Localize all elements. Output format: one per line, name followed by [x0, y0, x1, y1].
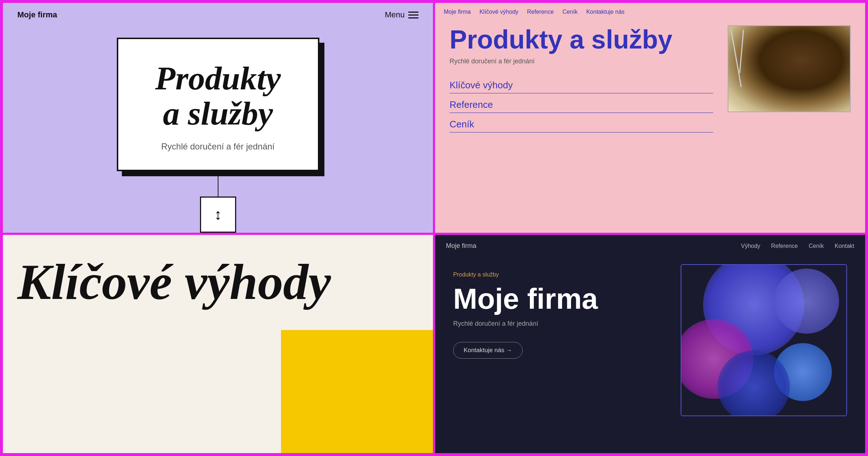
tr-nav-reference[interactable]: Reference [527, 9, 554, 15]
panel-bottom-right: Moje firma Výhody Reference Ceník Kontak… [435, 235, 865, 453]
bl-title: Klíčové výhody [3, 235, 433, 307]
tr-content: Produkty a služby Rychlé doručení a fér … [435, 18, 865, 233]
br-logo: Moje firma [446, 242, 476, 250]
panel-bottom-left: Klíčové výhody [3, 235, 433, 453]
br-nav: Výhody Reference Ceník Kontakt [741, 243, 854, 249]
tl-menu-button[interactable]: Menu [385, 10, 418, 20]
tr-subtitle: Rychlé doručení a fér jednání [450, 58, 713, 65]
br-cta-button[interactable]: Kontaktuje nás → [453, 342, 523, 359]
tr-nav-moje-firma[interactable]: Moje firma [444, 9, 471, 15]
tl-hero-title: Produktya služby [136, 61, 300, 131]
top-left-header: Moje firma Menu [3, 3, 433, 27]
br-text: Produkty a služby Moje firma Rychlé doru… [453, 264, 666, 359]
hamburger-icon[interactable] [408, 12, 418, 18]
tr-nav-kontakt[interactable]: Kontaktuje nás [586, 9, 625, 15]
tr-link-klicove[interactable]: Klíčové výhody [450, 80, 713, 93]
tr-nav-klicove-vyhody[interactable]: Klíčové výhody [480, 9, 519, 15]
tr-text-area: Produkty a služby Rychlé doručení a fér … [450, 25, 713, 225]
scroll-icon: ↕ [214, 206, 222, 223]
br-nav-reference[interactable]: Reference [771, 243, 798, 249]
tr-links: Klíčové výhody Reference Ceník [450, 80, 713, 132]
tl-connector-top [218, 171, 218, 197]
br-content: Produkty a služby Moje firma Rychlé doru… [435, 257, 865, 453]
tr-link-reference[interactable]: Reference [450, 99, 713, 113]
panel-top-right: Moje firma Klíčové výhody Reference Cení… [435, 3, 865, 233]
bl-yellow-accent [281, 330, 433, 453]
br-header: Moje firma Výhody Reference Ceník Kontak… [435, 235, 865, 257]
br-nav-vyhody[interactable]: Výhody [741, 243, 760, 249]
tr-nav: Moje firma Klíčové výhody Reference Cení… [435, 3, 865, 18]
tl-logo: Moje firma [17, 10, 57, 20]
blob-3 [774, 269, 839, 334]
br-nav-kontakt[interactable]: Kontakt [835, 243, 854, 249]
tl-hero-box: Produktya služby Rychlé doručení a fér j… [117, 38, 319, 171]
br-nav-cenik[interactable]: Ceník [809, 243, 824, 249]
tr-food-image [728, 25, 851, 112]
tl-hero-subtitle: Rychlé doručení a fér jednání [136, 142, 300, 152]
panel-top-left: Moje firma Menu Produktya služby Rychlé … [3, 3, 433, 233]
br-hero-image [681, 264, 847, 416]
br-subtitle: Rychlé doručení a fér jednání [453, 320, 666, 328]
br-abstract-visual [681, 265, 846, 415]
tr-nav-cenik[interactable]: Ceník [562, 9, 578, 15]
br-main-title: Moje firma [453, 284, 666, 314]
br-tag: Produkty a služby [453, 271, 666, 278]
tl-menu-label: Menu [385, 10, 405, 20]
tr-food-image-inner [728, 26, 850, 111]
tl-icon-box: ↕ [200, 197, 236, 233]
tr-main-title: Produkty a služby [450, 25, 713, 54]
tr-link-cenik[interactable]: Ceník [450, 119, 713, 132]
